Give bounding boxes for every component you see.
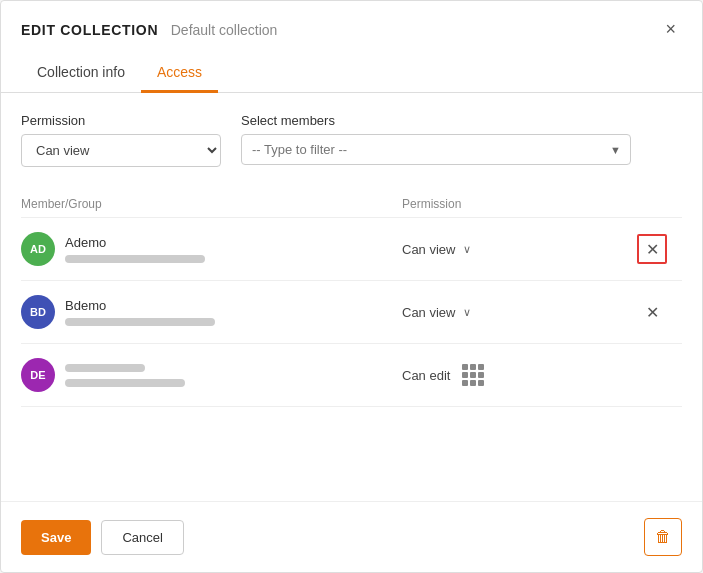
member-info: BD Bdemo xyxy=(21,295,402,329)
select-members-label: Select members xyxy=(241,113,631,128)
permission-value: Can view xyxy=(402,242,455,257)
trash-icon: 🗑 xyxy=(655,528,671,546)
member-info: DE xyxy=(21,358,402,392)
column-header-permission: Permission xyxy=(402,197,622,211)
column-header-member: Member/Group xyxy=(21,197,402,211)
table-header: Member/Group Permission xyxy=(21,191,682,218)
select-members-group: Select members ▼ xyxy=(241,113,631,167)
member-sub-line xyxy=(65,255,205,263)
permission-chevron-icon[interactable]: ∨ xyxy=(463,306,471,319)
member-sub-line xyxy=(65,364,145,372)
permission-label: Permission xyxy=(21,113,221,128)
tab-access[interactable]: Access xyxy=(141,54,218,93)
edit-collection-modal: EDIT COLLECTION Default collection × Col… xyxy=(0,0,703,573)
avatar: AD xyxy=(21,232,55,266)
member-details: Bdemo xyxy=(65,298,215,326)
cancel-button[interactable]: Cancel xyxy=(101,520,183,555)
remove-member-button[interactable]: ✕ xyxy=(637,297,667,327)
member-details: Ademo xyxy=(65,235,205,263)
table-row: DE Can edit xyxy=(21,344,682,407)
delete-button[interactable]: 🗑 xyxy=(644,518,682,556)
member-name: Bdemo xyxy=(65,298,215,313)
tabs-bar: Collection info Access xyxy=(1,54,702,93)
action-cell: ✕ xyxy=(622,297,682,327)
modal-title: EDIT COLLECTION Default collection xyxy=(21,21,277,39)
filter-input[interactable] xyxy=(241,134,631,165)
footer-left: Save Cancel xyxy=(21,520,184,555)
permission-grid-icon xyxy=(462,364,484,386)
permission-value: Can edit xyxy=(402,368,450,383)
permission-cell: Can edit xyxy=(402,364,622,386)
modal-body: Permission Can view Can edit Can manage … xyxy=(1,93,702,501)
permission-value: Can view xyxy=(402,305,455,320)
table-row: BD Bdemo Can view ∨ ✕ xyxy=(21,281,682,344)
tab-collection-info[interactable]: Collection info xyxy=(21,54,141,93)
save-button[interactable]: Save xyxy=(21,520,91,555)
column-header-action xyxy=(622,197,682,211)
member-details xyxy=(65,364,185,387)
modal-subtitle: Default collection xyxy=(171,22,278,38)
modal-close-button[interactable]: × xyxy=(659,17,682,42)
modal-header: EDIT COLLECTION Default collection × xyxy=(1,1,702,42)
action-cell: ✕ xyxy=(622,234,682,264)
permission-group: Permission Can view Can edit Can manage xyxy=(21,113,221,167)
avatar: BD xyxy=(21,295,55,329)
permission-cell: Can view ∨ xyxy=(402,242,622,257)
member-name: Ademo xyxy=(65,235,205,250)
member-sub-line xyxy=(65,318,215,326)
remove-member-button[interactable]: ✕ xyxy=(637,234,667,264)
member-info: AD Ademo xyxy=(21,232,402,266)
permission-select[interactable]: Can view Can edit Can manage xyxy=(21,134,221,167)
modal-footer: Save Cancel 🗑 xyxy=(1,501,702,572)
filter-input-wrapper: ▼ xyxy=(241,134,631,165)
member-sub-line2 xyxy=(65,379,185,387)
avatar: DE xyxy=(21,358,55,392)
permission-chevron-icon[interactable]: ∨ xyxy=(463,243,471,256)
table-row: AD Ademo Can view ∨ ✕ xyxy=(21,218,682,281)
form-row: Permission Can view Can edit Can manage … xyxy=(21,113,682,167)
modal-title-text: EDIT COLLECTION xyxy=(21,22,158,38)
permission-cell: Can view ∨ xyxy=(402,305,622,320)
